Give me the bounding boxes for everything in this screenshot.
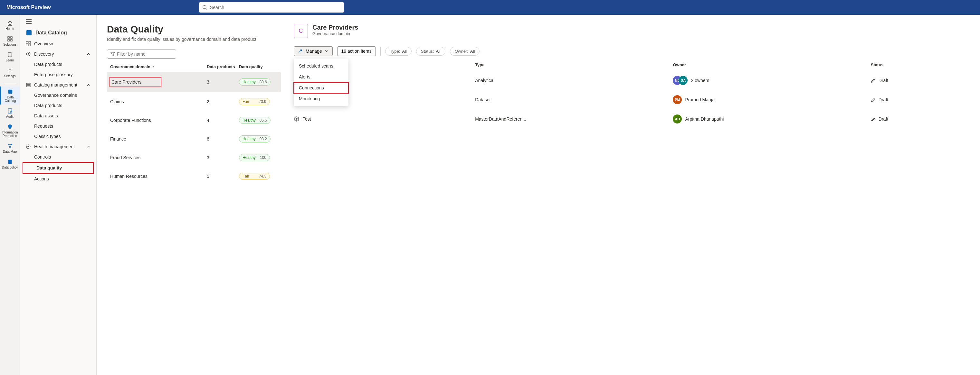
filter-by-name[interactable]	[107, 49, 176, 59]
menu-connections[interactable]: Connections	[294, 82, 348, 93]
nav-rail: Home Solutions Learn Settings Data Catal…	[0, 15, 20, 375]
wrench-icon	[298, 49, 303, 54]
map-icon	[7, 143, 13, 149]
svg-rect-23	[26, 83, 30, 84]
quality-pill: Healthy89.6	[239, 79, 270, 85]
sidebar-title: Data Catalog	[20, 27, 96, 39]
sidebar-data-quality[interactable]: Data quality	[22, 162, 94, 174]
svg-rect-3	[10, 36, 12, 38]
chevron-up-icon	[87, 83, 91, 87]
avatar: SA	[679, 76, 687, 85]
svg-rect-4	[7, 40, 9, 41]
chevron-up-icon	[87, 52, 91, 56]
manage-button[interactable]: Manage	[294, 46, 332, 56]
filter-icon	[110, 52, 115, 56]
avatar: AD	[673, 114, 682, 123]
filter-chip-owner[interactable]: Owner: All	[450, 47, 479, 55]
col-data-quality[interactable]: Data quality	[239, 64, 278, 69]
gov-row-care-providers[interactable]: Care Providers 3 Healthy89.6	[107, 72, 281, 92]
sidebar-health-mgmt-group[interactable]: Health management	[20, 141, 96, 152]
dp-row[interactable]: Analytical ND SA 2 owners Draft	[294, 71, 970, 90]
brand-title: Microsoft Purview	[6, 5, 51, 10]
sidebar-discovery-data-products[interactable]: Data products	[20, 59, 96, 70]
rail-learn[interactable]: Learn	[0, 49, 20, 64]
svg-rect-5	[10, 40, 12, 41]
sidebar-data-products[interactable]: Data products	[20, 100, 96, 111]
col-type[interactable]: Type	[475, 62, 673, 67]
filter-input[interactable]	[117, 51, 173, 57]
col-owner[interactable]: Owner	[673, 62, 870, 67]
sidebar-discovery-enterprise-glossary[interactable]: Enterprise glossary	[20, 70, 96, 80]
sidebar-overview[interactable]: Overview	[20, 39, 96, 49]
sidebar-requests[interactable]: Requests	[20, 121, 96, 131]
col-status[interactable]: Status	[871, 62, 970, 67]
svg-rect-2	[7, 36, 9, 38]
domain-subtitle: Governance domain	[312, 31, 358, 36]
sidebar-catalog-mgmt-group[interactable]: Catalog management	[20, 80, 96, 90]
rail-info-protection[interactable]: Information Protection	[0, 122, 20, 139]
chevron-down-icon	[325, 49, 328, 53]
policy-icon	[7, 158, 13, 165]
sidebar-governance-domains[interactable]: Governance domains	[20, 90, 96, 100]
sidebar-actions[interactable]: Actions	[20, 174, 96, 184]
svg-rect-19	[29, 41, 30, 43]
action-items-button[interactable]: 19 action items	[337, 46, 376, 56]
chevron-up-icon	[87, 145, 91, 149]
dp-row[interactable]: Test MasterDataAndReferen... AD Arpitha …	[294, 109, 970, 129]
menu-scheduled-scans[interactable]: Scheduled scans	[294, 60, 348, 71]
col-governance-domain[interactable]: Governance domain ↑	[110, 64, 207, 69]
overview-icon	[26, 41, 31, 46]
gov-row-fraud-services[interactable]: Fraud Services 3 Healthy100	[107, 148, 281, 167]
rail-settings[interactable]: Settings	[0, 65, 20, 80]
gov-row-corporate-functions[interactable]: Corporate Functions 4 Healthy86.5	[107, 111, 281, 130]
data-product-table: Type Owner Status Analytical ND SA 2 own…	[294, 59, 970, 129]
home-icon	[7, 20, 13, 26]
audit-icon	[7, 108, 13, 114]
main-content: Data Quality Identify and fix data quali…	[97, 15, 980, 375]
hamburger-button[interactable]	[20, 19, 96, 27]
search-icon	[202, 5, 207, 10]
svg-rect-21	[29, 44, 30, 46]
layers-icon	[26, 82, 31, 87]
gov-row-human-resources[interactable]: Human Resources 5 Fair74.3	[107, 167, 281, 185]
gov-row-claims[interactable]: Claims 2 Fair73.9	[107, 92, 281, 111]
svg-line-1	[206, 8, 207, 9]
sidebar-data-assets[interactable]: Data assets	[20, 111, 96, 121]
dp-row[interactable]: Dataset PM Pramod Manjali Draft	[294, 90, 970, 109]
avatar: PM	[673, 95, 682, 104]
sort-asc-icon: ↑	[152, 64, 155, 69]
rail-solutions[interactable]: Solutions	[0, 34, 20, 48]
sidebar-discovery-group[interactable]: Discovery	[20, 49, 96, 59]
rail-home[interactable]: Home	[0, 18, 20, 32]
quality-pill: Fair74.3	[239, 173, 270, 180]
gov-row-finance[interactable]: Finance 6 Healthy93.2	[107, 130, 281, 148]
rail-data-policy[interactable]: Data policy	[0, 157, 20, 171]
menu-monitoring[interactable]: Monitoring	[294, 93, 348, 104]
top-bar: Microsoft Purview	[0, 0, 980, 15]
gear-icon	[7, 67, 13, 74]
svg-rect-18	[26, 41, 28, 43]
sidebar-classic-types[interactable]: Classic types	[20, 131, 96, 141]
shield-icon	[7, 123, 13, 130]
svg-rect-20	[26, 44, 28, 46]
domain-title: Care Providers	[312, 24, 358, 31]
rail-data-catalog[interactable]: Data Catalog	[0, 87, 20, 104]
edit-icon	[871, 97, 876, 102]
svg-rect-17	[26, 30, 32, 35]
compass-icon	[26, 51, 31, 57]
col-data-products[interactable]: Data products	[207, 64, 239, 69]
rail-audit[interactable]: Audit	[0, 106, 20, 120]
quality-pill: Healthy86.5	[239, 117, 270, 124]
filter-chip-status[interactable]: Status: All	[416, 47, 445, 55]
rail-data-map[interactable]: Data Map	[0, 141, 20, 155]
filter-chip-type[interactable]: Type: All	[385, 47, 412, 55]
global-search[interactable]	[199, 2, 344, 13]
search-input[interactable]	[210, 5, 341, 10]
menu-alerts[interactable]: Alerts	[294, 71, 348, 82]
sidebar-controls[interactable]: Controls	[20, 152, 96, 162]
health-icon	[26, 144, 31, 149]
quality-pill: Fair73.9	[239, 98, 270, 105]
quality-pill: Healthy100	[239, 154, 270, 161]
sidebar: Data Catalog Overview Discovery Data pro…	[20, 15, 97, 375]
grid-icon	[7, 36, 13, 42]
